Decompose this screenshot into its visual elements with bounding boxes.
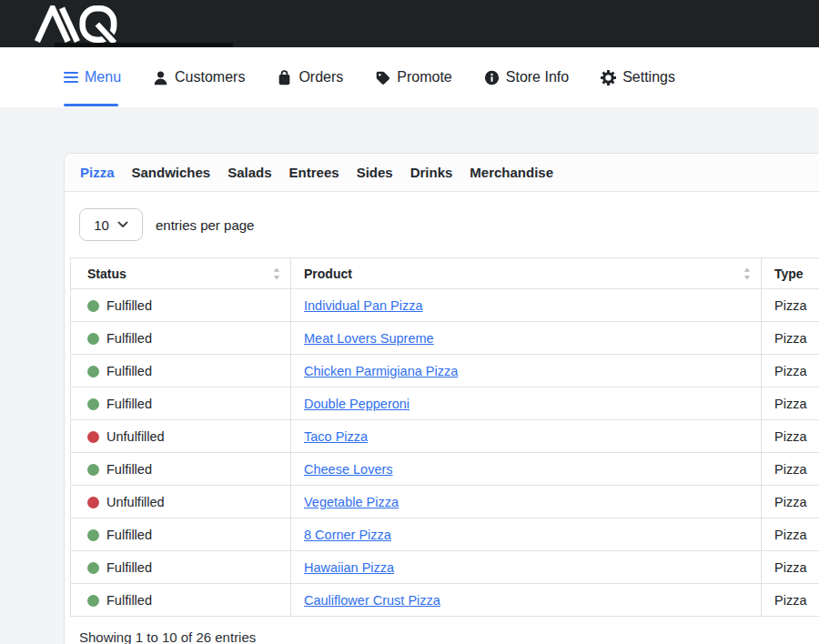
type-cell: Pizza: [762, 322, 819, 355]
status-label: Fulfilled: [106, 298, 152, 313]
nav-item-orders[interactable]: Orders: [277, 69, 343, 86]
status-dot-icon: [87, 529, 99, 541]
product-cell: Hawaiian Pizza: [291, 551, 762, 584]
nav-label: Settings: [622, 69, 675, 86]
product-cell: Meat Lovers Supreme: [291, 322, 762, 355]
table-row: Unfulfilled Vegetable Pizza Pizza: [71, 486, 819, 518]
column-header-status[interactable]: Status: [71, 258, 291, 289]
status-label: Fulfilled: [106, 397, 152, 411]
type-cell: Pizza: [762, 551, 819, 584]
status-dot-icon: [87, 366, 99, 377]
status-label: Fulfilled: [106, 560, 152, 575]
table-summary: Showing 1 to 10 of 26 entries: [79, 629, 819, 644]
type-cell: Pizza: [762, 387, 819, 420]
nav-item-menu[interactable]: Menu: [64, 69, 121, 86]
product-link[interactable]: Cauliflower Crust Pizza: [304, 593, 440, 608]
person-icon: [153, 70, 168, 86]
product-cell: Chicken Parmigiana Pizza: [291, 355, 762, 387]
table-row: Fulfilled Double Pepperoni Pizza: [71, 387, 819, 420]
table-header-row: Status Product Type: [71, 258, 819, 289]
status-cell: Unfulfilled: [71, 486, 291, 518]
nav-label: Store Info: [506, 69, 569, 86]
chevron-down-icon: [117, 221, 128, 228]
table-row: Fulfilled Meat Lovers Supreme Pizza: [71, 322, 819, 355]
gear-icon: [601, 70, 616, 86]
status-dot-icon: [87, 398, 99, 410]
main-navbar: Menu Customers Orders Promote: [0, 47, 819, 107]
column-label: Product: [304, 267, 352, 281]
product-cell: Taco Pizza: [291, 420, 762, 453]
brand-logo-icon[interactable]: [35, 5, 117, 43]
product-cell: Cauliflower Crust Pizza: [291, 584, 762, 617]
status-label: Unfulfilled: [106, 495, 165, 509]
tab-drinks[interactable]: Drinks: [410, 165, 453, 180]
status-label: Fulfilled: [106, 593, 152, 608]
product-link[interactable]: 8 Corner Pizza: [304, 528, 391, 542]
nav-item-customers[interactable]: Customers: [153, 69, 245, 86]
product-link[interactable]: Individual Pan Pizza: [304, 298, 423, 313]
entries-per-page-select[interactable]: 10: [79, 208, 143, 241]
column-header-product[interactable]: Product: [291, 258, 762, 289]
status-cell: Fulfilled: [71, 551, 291, 584]
nav-label: Promote: [397, 69, 451, 86]
status-label: Fulfilled: [106, 462, 152, 477]
nav-label: Orders: [298, 69, 343, 86]
table-row: Unfulfilled Taco Pizza Pizza: [71, 420, 819, 453]
status-dot-icon: [87, 497, 99, 508]
status-cell: Fulfilled: [71, 584, 291, 617]
status-label: Fulfilled: [106, 364, 152, 378]
product-link[interactable]: Chicken Parmigiana Pizza: [304, 364, 458, 378]
status-label: Unfulfilled: [106, 429, 165, 444]
category-tabs: Pizza Sandwiches Salads Entrees Sides Dr…: [65, 154, 819, 192]
product-link[interactable]: Hawaiian Pizza: [304, 560, 394, 575]
product-link[interactable]: Vegetable Pizza: [304, 495, 399, 509]
type-cell: Pizza: [762, 486, 819, 518]
column-label: Status: [87, 267, 126, 281]
product-link[interactable]: Double Pepperoni: [304, 397, 410, 411]
status-cell: Fulfilled: [71, 355, 291, 387]
product-link[interactable]: Cheese Lovers: [304, 462, 393, 477]
type-cell: Pizza: [762, 420, 819, 453]
product-link[interactable]: Meat Lovers Supreme: [304, 331, 434, 346]
type-cell: Pizza: [762, 453, 819, 486]
nav-item-settings[interactable]: Settings: [601, 69, 675, 86]
entries-value: 10: [94, 217, 109, 233]
table-row: Fulfilled Individual Pan Pizza Pizza: [71, 289, 819, 322]
tab-merchandise[interactable]: Merchandise: [470, 165, 553, 180]
product-cell: 8 Corner Pizza: [291, 518, 762, 551]
active-nav-underline: [64, 104, 118, 106]
sort-icon: [273, 267, 280, 279]
column-label: Type: [774, 267, 804, 281]
status-dot-icon: [87, 431, 99, 443]
tab-salads[interactable]: Salads: [228, 165, 271, 180]
topbar: [0, 0, 819, 47]
product-cell: Vegetable Pizza: [291, 486, 762, 518]
tab-entrees[interactable]: Entrees: [289, 165, 339, 180]
tab-sides[interactable]: Sides: [357, 165, 393, 180]
status-cell: Fulfilled: [71, 322, 291, 355]
status-cell: Fulfilled: [71, 289, 291, 322]
nav-item-store-info[interactable]: Store Info: [484, 69, 569, 86]
nav-item-promote[interactable]: Promote: [375, 69, 451, 86]
menu-card: Pizza Sandwiches Salads Entrees Sides Dr…: [64, 153, 819, 644]
product-cell: Double Pepperoni: [291, 387, 762, 420]
column-header-type[interactable]: Type: [762, 258, 819, 289]
tab-pizza[interactable]: Pizza: [80, 165, 115, 180]
nav-label: Menu: [85, 69, 121, 86]
tag-icon: [375, 70, 390, 86]
product-cell: Individual Pan Pizza: [291, 289, 762, 322]
type-cell: Pizza: [762, 518, 819, 551]
status-dot-icon: [87, 562, 99, 574]
table-row: Fulfilled Cauliflower Crust Pizza Pizza: [71, 584, 819, 617]
tab-sandwiches[interactable]: Sandwiches: [132, 165, 211, 180]
status-dot-icon: [87, 595, 99, 607]
type-cell: Pizza: [762, 584, 819, 617]
shopping-bag-icon: [277, 70, 292, 86]
product-link[interactable]: Taco Pizza: [304, 429, 368, 444]
table-row: Fulfilled Hawaiian Pizza Pizza: [71, 551, 819, 584]
entries-per-page-label: entries per page: [156, 217, 254, 233]
nav-label: Customers: [175, 69, 245, 86]
hamburger-icon: [64, 71, 78, 84]
table-row: Fulfilled 8 Corner Pizza Pizza: [71, 518, 819, 551]
status-cell: Fulfilled: [71, 453, 291, 486]
